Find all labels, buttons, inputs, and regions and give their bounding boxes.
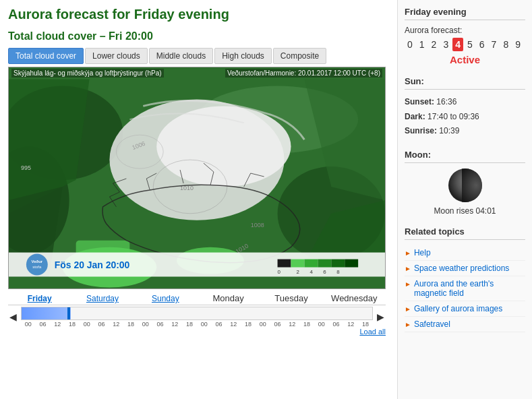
svg-text:4: 4 xyxy=(309,269,313,275)
link-gallery[interactable]: Gallery of aurora images xyxy=(414,304,502,313)
cloud-tabs: Total cloud cover Lower clouds Middle cl… xyxy=(8,48,389,64)
map-label-left: Skýjahula lág- og miðskýja og loftþrýsti… xyxy=(11,69,164,78)
day-sunday[interactable]: Sunday xyxy=(134,293,197,303)
svg-rect-22 xyxy=(278,259,291,268)
svg-rect-25 xyxy=(318,259,331,268)
arrow-icon-space: ► xyxy=(405,265,411,272)
timeline-left-arrow[interactable]: ◀ xyxy=(8,311,18,322)
aurora-num-0: 0 xyxy=(405,38,415,51)
section-title: Total cloud cover – Fri 20:00 xyxy=(8,30,389,42)
arrow-icon-safetravel: ► xyxy=(405,321,411,328)
svg-text:Fös 20 Jan 20:00: Fös 20 Jan 20:00 xyxy=(55,259,130,270)
weather-map: Skýjahula lág- og miðskýja og loftþrýsti… xyxy=(8,67,386,289)
link-space-weather[interactable]: Space weather predictions xyxy=(414,264,509,273)
aurora-num-8: 8 xyxy=(500,38,511,51)
svg-text:6: 6 xyxy=(323,269,326,275)
moon-shadow xyxy=(462,168,482,202)
day-wednesday: Wednesday xyxy=(323,293,386,303)
load-all-link[interactable]: Load all xyxy=(359,328,386,336)
day-monday: Monday xyxy=(197,293,260,303)
day-saturday[interactable]: Saturday xyxy=(71,293,134,303)
sun-info: Sunset: 16:36 Dark: 17:40 to 09:36 Sunri… xyxy=(405,95,525,139)
svg-text:995: 995 xyxy=(21,164,31,171)
track-fill xyxy=(22,307,71,319)
related-link-help: ► Help xyxy=(405,245,525,261)
svg-rect-24 xyxy=(304,259,318,268)
arrow-icon-help: ► xyxy=(405,249,411,257)
load-all-container: Load all xyxy=(8,328,386,336)
aurora-num-7: 7 xyxy=(489,38,500,51)
day-labels: Friday Saturday Sunday Monday Tuesday We… xyxy=(8,293,386,305)
related-topics: Related topics ► Help ► Space weather pr… xyxy=(405,226,525,332)
sunset-label: Sunset: xyxy=(405,97,434,106)
tab-middle-clouds[interactable]: Middle clouds xyxy=(149,48,213,64)
link-aurora-earth[interactable]: Aurora and the earth's magnetic field xyxy=(414,279,525,298)
tab-total-cloud[interactable]: Total cloud cover xyxy=(8,48,84,64)
aurora-label: Aurora forecast: xyxy=(405,26,525,35)
sidebar: Friday evening Aurora forecast: 0 1 2 3 … xyxy=(397,0,532,399)
related-link-safetravel: ► Safetravel xyxy=(405,317,525,332)
sidebar-friday-title: Friday evening xyxy=(405,7,525,20)
aurora-num-1: 1 xyxy=(417,38,427,51)
day-friday[interactable]: Friday xyxy=(8,293,71,303)
aurora-numbers: 0 1 2 3 4 5 6 7 8 9 xyxy=(405,38,525,51)
timeline-right-arrow[interactable]: ▶ xyxy=(376,311,386,322)
link-safetravel[interactable]: Safetravel xyxy=(414,319,450,329)
moon-title: Moon: xyxy=(405,150,525,163)
map-label-right: Veðurstofan/Harmonie: 20.01.2017 12:00 U… xyxy=(225,69,382,78)
dark-value: 17:40 to 09:36 xyxy=(427,112,479,121)
dark-label: Dark: xyxy=(405,112,425,121)
timeline-wrapper: ◀ 00 06 12 18 00 06 12 18 xyxy=(8,305,386,328)
sun-section: Sun: Sunset: 16:36 Dark: 17:40 to 09:36 … xyxy=(405,76,525,139)
moon-rises-text: Moon rises 04:01 xyxy=(434,206,496,216)
arrow-icon-gallery: ► xyxy=(405,305,411,313)
sun-title: Sun: xyxy=(405,76,525,90)
link-help[interactable]: Help xyxy=(414,248,431,257)
related-link-aurora-earth: ► Aurora and the earth's magnetic field xyxy=(405,276,525,301)
page-title: Aurora forecast for Friday evening xyxy=(8,7,389,22)
svg-text:0: 0 xyxy=(278,269,281,275)
sunrise-label: Sunrise: xyxy=(405,126,437,135)
day-tuesday: Tuesday xyxy=(260,293,322,303)
related-link-gallery: ► Gallery of aurora images xyxy=(405,301,525,317)
tab-composite[interactable]: Composite xyxy=(273,48,326,64)
svg-text:stofa: stofa xyxy=(32,265,42,269)
sunrise-value: 10:39 xyxy=(439,126,459,135)
svg-text:8: 8 xyxy=(336,269,340,275)
svg-rect-26 xyxy=(331,259,345,268)
svg-rect-27 xyxy=(345,259,358,268)
aurora-num-5: 5 xyxy=(465,38,475,51)
aurora-num-3: 3 xyxy=(440,38,451,51)
sunset-row: Sunset: 16:36 xyxy=(405,95,525,110)
dark-row: Dark: 17:40 to 09:36 xyxy=(405,110,525,125)
timeline: Friday Saturday Sunday Monday Tuesday We… xyxy=(8,293,386,336)
sidebar-friday-section: Friday evening Aurora forecast: 0 1 2 3 … xyxy=(405,7,525,65)
related-topics-title: Related topics xyxy=(405,226,525,240)
tab-lower-clouds[interactable]: Lower clouds xyxy=(85,48,148,64)
related-link-space-weather: ► Space weather predictions xyxy=(405,261,525,276)
aurora-num-9: 9 xyxy=(512,38,523,51)
svg-text:2: 2 xyxy=(296,269,299,275)
moon-icon xyxy=(448,168,482,202)
aurora-num-4-active: 4 xyxy=(452,38,463,51)
arrow-icon-aurora-earth: ► xyxy=(405,280,411,288)
aurora-status: Active xyxy=(405,54,525,65)
svg-text:Veður: Veður xyxy=(32,259,43,264)
svg-rect-23 xyxy=(291,259,305,268)
sunset-value: 16:36 xyxy=(436,97,456,106)
aurora-num-6: 6 xyxy=(477,38,487,51)
aurora-num-2: 2 xyxy=(429,38,440,51)
sunrise-row: Sunrise: 10:39 xyxy=(405,124,525,139)
moon-container: Moon rises 04:01 xyxy=(405,168,525,216)
tab-high-clouds[interactable]: High clouds xyxy=(214,48,272,64)
hour-track[interactable] xyxy=(21,307,373,320)
svg-text:1008: 1008 xyxy=(251,222,264,228)
moon-section: Moon: Moon rises 04:01 xyxy=(405,150,525,216)
track-thumb[interactable] xyxy=(67,307,70,319)
